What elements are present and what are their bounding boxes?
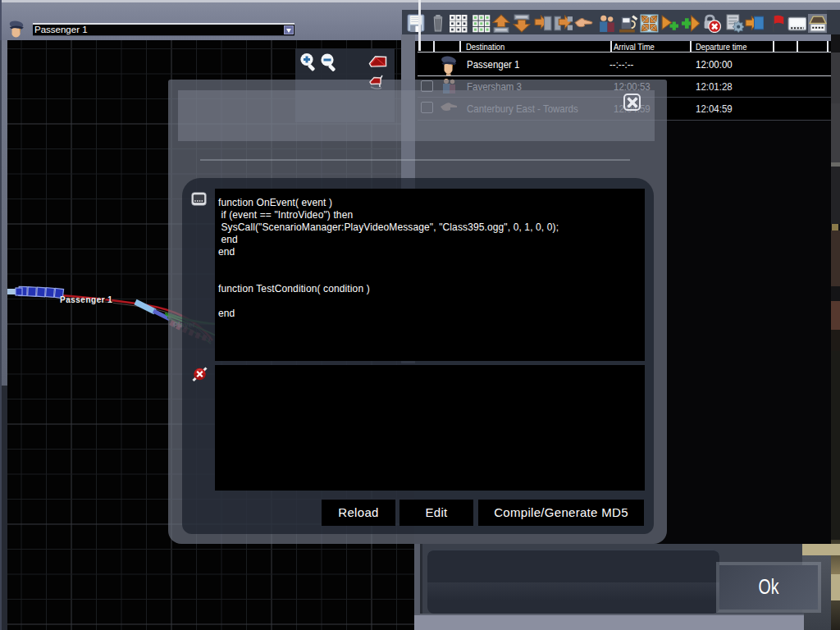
svg-text:Passenger 1: Passenger 1	[60, 295, 112, 304]
